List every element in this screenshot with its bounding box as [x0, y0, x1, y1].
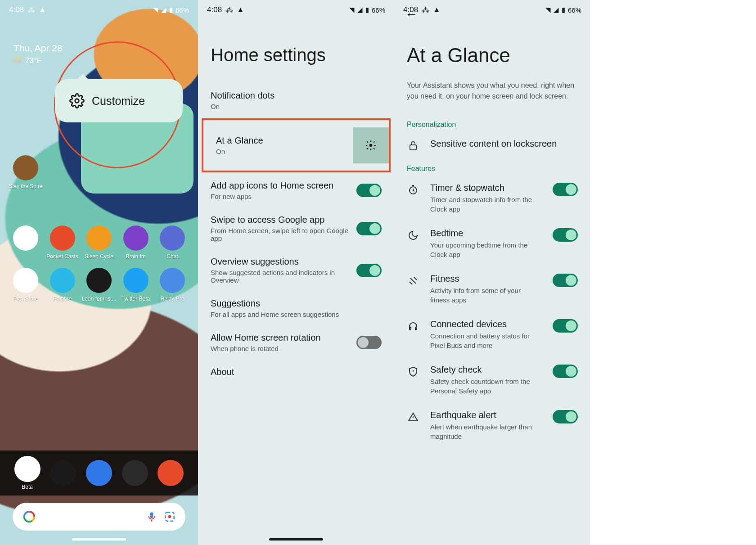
app-[interactable] [10, 225, 41, 260]
moon-icon [407, 229, 419, 242]
at-a-glance-widget[interactable]: Thu, Apr 28 73°F [14, 43, 63, 65]
dock-app[interactable] [50, 460, 76, 486]
setting-add-app-icons-to-home-screen[interactable]: Add app icons to Home screenFor new apps [198, 173, 394, 207]
feature-bedtime[interactable]: BedtimeYour upcoming bedtime from the Cl… [394, 221, 590, 266]
app-icon [123, 225, 148, 251]
app-icon [13, 155, 38, 180]
feature-title: Bedtime [430, 228, 542, 239]
toggle[interactable] [553, 274, 578, 287]
customize-label: Customize [92, 95, 145, 108]
app-relay-pro[interactable]: Relay Pro [157, 268, 188, 302]
app-icon [86, 268, 112, 293]
lens-icon[interactable] [164, 511, 176, 522]
app-sleep-cycle[interactable]: Sleep Cycle [83, 225, 115, 260]
sensitive-content-item[interactable]: Sensitive content on lockscreen [394, 131, 590, 159]
app-icon [160, 268, 185, 293]
toggle[interactable] [356, 336, 382, 349]
setting-overview-suggestions[interactable]: Overview suggestionsShow suggested actio… [198, 249, 394, 291]
app-label: Pocket Casts [46, 253, 78, 260]
svg-point-3 [168, 515, 171, 518]
app-chat[interactable]: Chat [157, 225, 188, 260]
alert-icon [407, 411, 419, 423]
setting-title: Swipe to access Google app [211, 215, 350, 225]
feature-subtitle: Alert when earthquake larger than magnit… [430, 422, 542, 441]
dock-app[interactable] [86, 460, 112, 486]
app-brain.fm[interactable]: Brain.fm [120, 225, 152, 260]
feature-connected-devices[interactable]: Connected devicesConnection and battery … [394, 312, 590, 357]
app-label: Chat [166, 253, 178, 260]
gear-button[interactable] [353, 127, 389, 163]
feature-subtitle: Connection and battery status for Pixel … [430, 331, 542, 350]
dock-app[interactable] [122, 460, 148, 486]
feature-title: Connected devices [430, 319, 542, 329]
nav-icon: ▲ [237, 5, 244, 14]
setting-title: At a Glance [216, 135, 346, 146]
signal-icon: ◢ [357, 6, 363, 14]
feature-title: Safety check [430, 365, 542, 375]
dock-app[interactable] [158, 460, 184, 486]
page-description: Your Assistant shows you what you need, … [394, 80, 590, 115]
app-icon [123, 268, 148, 293]
setting-subtitle: On [216, 148, 346, 155]
toggle[interactable] [356, 222, 382, 235]
dock-app[interactable]: Beta [14, 456, 40, 490]
search-bar[interactable] [13, 503, 185, 531]
battery-percent: 66% [176, 6, 189, 14]
app-label: Slay the Spire [9, 183, 43, 189]
feature-fitness[interactable]: FitnessActivity info from some of your f… [394, 266, 590, 312]
app-pocket-casts[interactable]: Pocket Casts [47, 225, 78, 260]
app-label: Sleep Cycle [85, 253, 113, 260]
feature-title: Fitness [430, 274, 542, 284]
dock: Beta [0, 450, 198, 495]
app-icon [160, 225, 185, 251]
personalization-label: Personalization [394, 115, 590, 131]
page-title: At a Glance [394, 22, 590, 80]
mic-icon[interactable] [146, 511, 158, 522]
app-label: Brain.fm [126, 253, 146, 260]
setting-subtitle: From Home screen, swipe left to open Goo… [211, 227, 350, 242]
feature-safety-check[interactable]: Safety checkSafety check countdown from … [394, 357, 590, 403]
nav-icon: ▲ [433, 5, 441, 14]
features-label: Features [394, 159, 590, 176]
toggle[interactable] [553, 183, 578, 196]
app-play-store[interactable]: Play Store [10, 268, 41, 302]
app-label: Relay Pro [161, 296, 184, 302]
setting-title: About [211, 367, 382, 377]
app-twitter-beta[interactable]: Twitter Beta [120, 268, 152, 302]
feature-timer-stopwatch[interactable]: Timer & stopwatchTimer and stopwatch inf… [394, 176, 590, 221]
nav-handle[interactable] [269, 538, 323, 540]
feature-subtitle: Safety check countdown from the Personal… [430, 377, 542, 396]
setting-allow-home-screen-rotation[interactable]: Allow Home screen rotationWhen phone is … [198, 325, 394, 360]
setting-notification-dots[interactable]: Notification dotsOn [198, 83, 394, 117]
nav-handle[interactable] [72, 538, 126, 540]
gear-icon [69, 93, 85, 108]
slack-icon: ⁂ [225, 5, 233, 15]
toggle[interactable] [356, 184, 382, 197]
toggle[interactable] [553, 319, 578, 333]
setting-title: Overview suggestions [211, 257, 350, 267]
headphones-icon [407, 320, 419, 333]
slack-icon: ⁂ [27, 5, 35, 15]
toggle[interactable] [553, 228, 578, 242]
app-icon [50, 460, 76, 486]
feature-earthquake-alert[interactable]: Earthquake alertAlert when earthquake la… [394, 403, 590, 448]
toggle[interactable] [553, 365, 578, 378]
customize-popup[interactable]: Customize [55, 79, 183, 122]
fitness-icon [407, 275, 419, 287]
app-icon [50, 225, 75, 251]
app-palabre[interactable]: Palabre [47, 268, 78, 302]
app-slay-the-spire[interactable]: Slay the Spire [10, 155, 41, 189]
setting-at-a-glance[interactable]: At a GlanceOn [202, 118, 391, 172]
setting-about[interactable]: About [198, 360, 394, 384]
nav-icon: ▲ [39, 5, 46, 14]
setting-swipe-to-access-google-app[interactable]: Swipe to access Google appFrom Home scre… [198, 207, 394, 249]
app-icon [13, 225, 38, 251]
setting-suggestions[interactable]: SuggestionsFor all apps and Home screen … [198, 291, 394, 325]
toggle[interactable] [356, 264, 382, 277]
toggle[interactable] [553, 410, 578, 423]
setting-subtitle: For new apps [211, 193, 350, 200]
svg-point-4 [369, 144, 373, 147]
app-lean-for-inst...[interactable]: Lean for Inst... [83, 268, 115, 302]
app-label: Lean for Inst... [82, 296, 117, 302]
app-icon [14, 456, 40, 482]
